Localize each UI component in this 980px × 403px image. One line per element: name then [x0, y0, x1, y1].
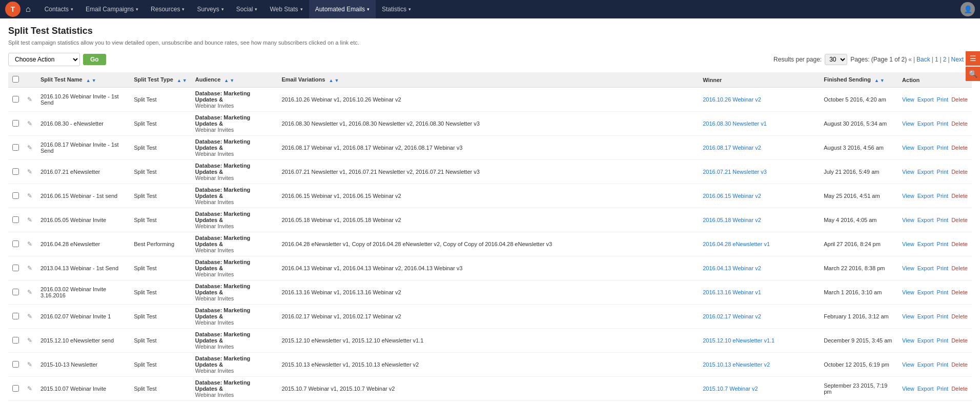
- view-action-link[interactable]: View: [902, 169, 914, 175]
- view-action-link[interactable]: View: [902, 120, 914, 127]
- print-action-link[interactable]: Print: [937, 313, 949, 319]
- delete-action-link[interactable]: Delete: [951, 145, 968, 151]
- action-select[interactable]: Choose Action: [8, 53, 80, 66]
- winner-link[interactable]: 2015.10.7 Webinar v2: [703, 386, 758, 392]
- next-link[interactable]: Next: [951, 56, 964, 63]
- go-button[interactable]: Go: [83, 54, 106, 65]
- export-action-link[interactable]: Export: [917, 145, 934, 151]
- delete-action-link[interactable]: Delete: [951, 337, 968, 344]
- export-action-link[interactable]: Export: [917, 120, 934, 127]
- view-action-link[interactable]: View: [902, 337, 914, 344]
- per-page-select[interactable]: 30: [825, 54, 847, 65]
- row-checkbox[interactable]: [12, 96, 19, 103]
- sort-asc-icon[interactable]: ▲: [86, 78, 91, 83]
- edit-icon[interactable]: ✎: [27, 313, 32, 320]
- edit-icon[interactable]: ✎: [27, 144, 32, 151]
- view-action-link[interactable]: View: [902, 96, 914, 103]
- sort-desc-icon[interactable]: ▼: [182, 78, 187, 83]
- nav-statistics[interactable]: Statistics ▾: [376, 0, 417, 18]
- nav-social[interactable]: Social ▾: [230, 0, 264, 18]
- row-checkbox[interactable]: [12, 337, 19, 344]
- print-action-link[interactable]: Print: [937, 169, 949, 175]
- print-action-link[interactable]: Print: [937, 241, 949, 247]
- row-checkbox[interactable]: [12, 120, 19, 127]
- view-action-link[interactable]: View: [902, 265, 914, 271]
- print-action-link[interactable]: Print: [937, 361, 949, 368]
- delete-action-link[interactable]: Delete: [951, 386, 968, 392]
- edit-icon[interactable]: ✎: [27, 168, 32, 175]
- delete-action-link[interactable]: Delete: [951, 96, 968, 103]
- nav-email-campaigns[interactable]: Email Campaigns ▾: [79, 0, 145, 18]
- nav-surveys[interactable]: Surveys ▾: [191, 0, 230, 18]
- nav-contacts[interactable]: Contacts ▾: [38, 0, 79, 18]
- nav-web-stats[interactable]: Web Stats ▾: [263, 0, 309, 18]
- winner-link[interactable]: 2016.02.17 Webinar v2: [703, 313, 761, 319]
- edit-icon[interactable]: ✎: [27, 120, 32, 127]
- row-checkbox[interactable]: [12, 216, 19, 223]
- view-action-link[interactable]: View: [902, 313, 914, 319]
- export-action-link[interactable]: Export: [917, 313, 934, 319]
- print-action-link[interactable]: Print: [937, 217, 949, 223]
- edit-icon[interactable]: ✎: [27, 216, 32, 224]
- sort-asc-icon[interactable]: ▲: [874, 78, 879, 83]
- print-action-link[interactable]: Print: [937, 145, 949, 151]
- view-action-link[interactable]: View: [902, 145, 914, 151]
- view-action-link[interactable]: View: [902, 241, 914, 247]
- print-action-link[interactable]: Print: [937, 193, 949, 199]
- delete-action-link[interactable]: Delete: [951, 193, 968, 199]
- print-action-link[interactable]: Print: [937, 386, 949, 392]
- edit-icon[interactable]: ✎: [27, 96, 32, 103]
- print-action-link[interactable]: Print: [937, 337, 949, 344]
- delete-action-link[interactable]: Delete: [951, 361, 968, 368]
- winner-link[interactable]: 2016.08.17 Webinar v2: [703, 145, 761, 151]
- delete-action-link[interactable]: Delete: [951, 241, 968, 247]
- export-action-link[interactable]: Export: [917, 169, 934, 175]
- view-action-link[interactable]: View: [902, 289, 914, 295]
- page-2-link[interactable]: 2: [943, 56, 947, 63]
- home-icon[interactable]: ⌂: [26, 5, 31, 14]
- print-action-link[interactable]: Print: [937, 289, 949, 295]
- row-checkbox[interactable]: [12, 192, 19, 199]
- row-checkbox[interactable]: [12, 265, 19, 271]
- row-checkbox[interactable]: [12, 240, 19, 247]
- edit-icon[interactable]: ✎: [27, 265, 32, 272]
- delete-action-link[interactable]: Delete: [951, 289, 968, 295]
- row-checkbox[interactable]: [12, 289, 19, 295]
- export-action-link[interactable]: Export: [917, 386, 934, 392]
- print-action-link[interactable]: Print: [937, 120, 949, 127]
- row-checkbox[interactable]: [12, 385, 19, 392]
- sort-desc-icon[interactable]: ▼: [880, 78, 885, 83]
- select-all-checkbox[interactable]: [12, 76, 19, 83]
- edit-icon[interactable]: ✎: [27, 289, 32, 296]
- sort-desc-icon[interactable]: ▼: [334, 78, 339, 83]
- edit-icon[interactable]: ✎: [27, 240, 32, 248]
- winner-link[interactable]: 2016.13.16 Webinar v1: [703, 289, 761, 295]
- logo[interactable]: T: [5, 2, 21, 17]
- print-action-link[interactable]: Print: [937, 96, 949, 103]
- print-action-link[interactable]: Print: [937, 265, 949, 271]
- nav-resources[interactable]: Resources ▾: [145, 0, 191, 18]
- delete-action-link[interactable]: Delete: [951, 169, 968, 175]
- export-action-link[interactable]: Export: [917, 265, 934, 271]
- side-tool-1[interactable]: ☰: [966, 51, 980, 66]
- delete-action-link[interactable]: Delete: [951, 265, 968, 271]
- row-checkbox[interactable]: [12, 144, 19, 151]
- winner-link[interactable]: 2016.05.18 Webinar v2: [703, 217, 761, 223]
- view-action-link[interactable]: View: [902, 193, 914, 199]
- delete-action-link[interactable]: Delete: [951, 120, 968, 127]
- edit-icon[interactable]: ✎: [27, 337, 32, 344]
- delete-action-link[interactable]: Delete: [951, 313, 968, 319]
- winner-link[interactable]: 2015.12.10 eNewsletter v1.1: [703, 337, 774, 344]
- export-action-link[interactable]: Export: [917, 96, 934, 103]
- winner-link[interactable]: 2016.04.28 eNewsletter v1: [703, 241, 770, 247]
- row-checkbox[interactable]: [12, 168, 19, 175]
- winner-link[interactable]: 2016.07.21 Newsletter v3: [703, 169, 767, 175]
- avatar[interactable]: 👤: [961, 2, 975, 16]
- delete-action-link[interactable]: Delete: [951, 217, 968, 223]
- row-checkbox[interactable]: [12, 313, 19, 319]
- winner-link[interactable]: 2016.08.30 Newsletter v1: [703, 120, 767, 127]
- winner-link[interactable]: 2016.06.15 Webinar v2: [703, 193, 761, 199]
- export-action-link[interactable]: Export: [917, 361, 934, 368]
- export-action-link[interactable]: Export: [917, 337, 934, 344]
- sort-desc-icon[interactable]: ▼: [92, 78, 96, 83]
